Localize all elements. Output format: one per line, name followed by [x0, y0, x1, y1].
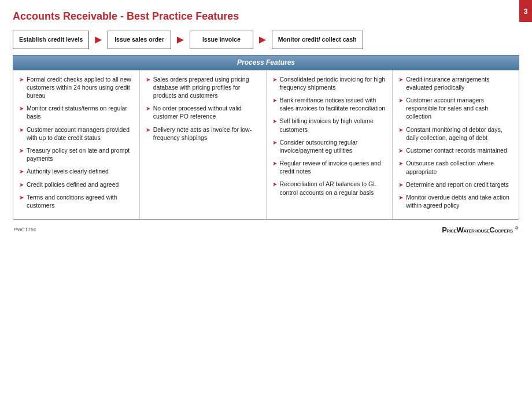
bullet-arrow: ➤ [19, 181, 24, 189]
bullet-arrow: ➤ [19, 194, 24, 202]
list-item: ➤ Consider outsourcing regular invoice/p… [272, 138, 387, 154]
bullet-text: Self billing invoices by high volume cus… [280, 117, 387, 133]
flow-arrow-3: ► [253, 33, 272, 46]
list-item: ➤ Monitor overdue debts and take action … [398, 193, 513, 209]
bullet-text: Consolidated periodic invoicing for high… [280, 75, 387, 91]
process-step-3: Issue invoice [190, 31, 253, 49]
process-features-header: Process Features [13, 55, 519, 70]
bullet-text: Authority levels clearly defined [27, 167, 109, 175]
page-title: Accounts Receivable - Best Practice Feat… [13, 10, 519, 23]
list-item: ➤ Self billing invoices by high volume c… [272, 117, 387, 133]
bullet-text: Determine and report on credit targets [406, 180, 508, 189]
process-flow: Establish credit levels ► Issue sales or… [13, 31, 519, 49]
list-item: ➤ Customer account managers responsible … [398, 96, 513, 121]
bullet-text: Monitor overdue debts and take action wi… [406, 193, 513, 209]
bullet-text: Terms and conditions agreed with custome… [27, 193, 134, 209]
bullet-arrow: ➤ [272, 180, 277, 189]
bullet-arrow: ➤ [272, 117, 277, 125]
bullet-arrow: ➤ [19, 76, 24, 84]
bullet-text: Delivery note acts as invoice for low-fr… [153, 125, 260, 142]
footer: PwC175c PriceWaterhouseCoopers ® [13, 226, 519, 234]
list-item: ➤ No order processed without valid custo… [146, 104, 260, 120]
column-3: ➤ Consolidated periodic invoicing for hi… [267, 71, 393, 219]
content-area: ➤ Formal credit checks applied to all ne… [13, 70, 519, 220]
bullet-text: No order processed without valid custome… [153, 104, 260, 120]
columns-row: ➤ Formal credit checks applied to all ne… [13, 70, 519, 219]
bullet-arrow: ➤ [272, 139, 277, 147]
pwc-logo: PriceWaterhouseCoopers ® [442, 226, 518, 234]
process-step-1: Establish credit levels [13, 31, 89, 49]
list-item: ➤ Credit insurance arrangements evaluate… [398, 75, 513, 91]
bullet-arrow: ➤ [146, 105, 150, 113]
list-item: ➤ Regular review of invoice queries and … [272, 159, 387, 175]
bullet-arrow: ➤ [398, 126, 403, 134]
list-item: ➤ Reconciliation of AR balances to GL co… [272, 180, 387, 196]
bullet-text: Customer account managers responsible fo… [406, 96, 513, 121]
bullet-arrow: ➤ [272, 160, 277, 168]
process-step-2: Issue sales order [108, 31, 171, 49]
list-item: ➤ Determine and report on credit targets [398, 180, 513, 189]
bullet-text: Customer account managers provided with … [27, 125, 134, 142]
bullet-text: Reconciliation of AR balances to GL cont… [280, 180, 387, 196]
bullet-text: Consider outsourcing regular invoice/pay… [280, 138, 387, 154]
list-item: ➤ Treasury policy set on late and prompt… [19, 146, 134, 162]
bullet-text: Outsource cash collection where appropri… [406, 159, 513, 175]
list-item: ➤ Formal credit checks applied to all ne… [19, 75, 134, 100]
flow-arrow-2: ► [171, 33, 190, 46]
bullet-text: Customer contact records maintained [406, 146, 507, 154]
column-1: ➤ Formal credit checks applied to all ne… [13, 71, 140, 219]
bullet-arrow: ➤ [398, 76, 403, 84]
page-container: 3 Accounts Receivable - Best Practice Fe… [0, 0, 532, 399]
page-number-tab: 3 [519, 0, 532, 22]
list-item: ➤ Authority levels clearly defined [19, 167, 134, 176]
bullet-text: Regular review of invoice queries and cr… [280, 159, 387, 175]
bullet-text: Treasury policy set on late and prompt p… [27, 146, 134, 162]
pwc-logo-text: PriceWaterhouseCoopers [442, 226, 512, 234]
bullet-text: Sales orders prepared using pricing data… [153, 75, 260, 100]
bullet-text: Constant monitoring of debtor days, dail… [406, 125, 513, 142]
bullet-text: Monitor credit status/terms on regular b… [27, 104, 134, 120]
bullet-text: Credit insurance arrangements evaluated … [406, 75, 513, 91]
list-item: ➤ Terms and conditions agreed with custo… [19, 193, 134, 209]
list-item: ➤ Customer contact records maintained [398, 146, 513, 155]
list-item: ➤ Sales orders prepared using pricing da… [146, 75, 260, 100]
list-item: ➤ Constant monitoring of debtor days, da… [398, 125, 513, 142]
list-item: ➤ Consolidated periodic invoicing for hi… [272, 75, 387, 91]
bullet-arrow: ➤ [19, 168, 24, 176]
bullet-arrow: ➤ [19, 126, 24, 134]
list-item: ➤ Monitor credit status/terms on regular… [19, 104, 134, 120]
footer-ref: PwC175c [14, 227, 36, 232]
flow-arrow-1: ► [89, 33, 108, 46]
bullet-arrow: ➤ [272, 97, 277, 105]
column-2: ➤ Sales orders prepared using pricing da… [140, 71, 267, 219]
bullet-arrow: ➤ [19, 147, 24, 155]
bullet-arrow: ➤ [272, 76, 277, 84]
bullet-arrow: ➤ [398, 181, 403, 189]
bullet-arrow: ➤ [398, 194, 403, 202]
list-item: ➤ Bank remittance notices issued with sa… [272, 96, 387, 112]
list-item: ➤ Outsource cash collection where approp… [398, 159, 513, 175]
bullet-text: Bank remittance notices issued with sale… [280, 96, 387, 112]
bullet-arrow: ➤ [398, 160, 403, 168]
bullet-arrow: ➤ [146, 76, 150, 84]
process-step-4: Monitor credit/ collect cash [272, 31, 363, 49]
bullet-text: Formal credit checks applied to all new … [27, 75, 134, 100]
bullet-text: Credit policies defined and agreed [27, 180, 119, 189]
bullet-arrow: ➤ [398, 97, 403, 105]
column-4: ➤ Credit insurance arrangements evaluate… [393, 71, 519, 219]
list-item: ➤ Customer account managers provided wit… [19, 125, 134, 142]
bullet-arrow: ➤ [146, 126, 150, 134]
bullet-arrow: ➤ [398, 147, 403, 155]
bullet-arrow: ➤ [19, 105, 24, 113]
list-item: ➤ Delivery note acts as invoice for low-… [146, 125, 260, 142]
list-item: ➤ Credit policies defined and agreed [19, 180, 134, 189]
